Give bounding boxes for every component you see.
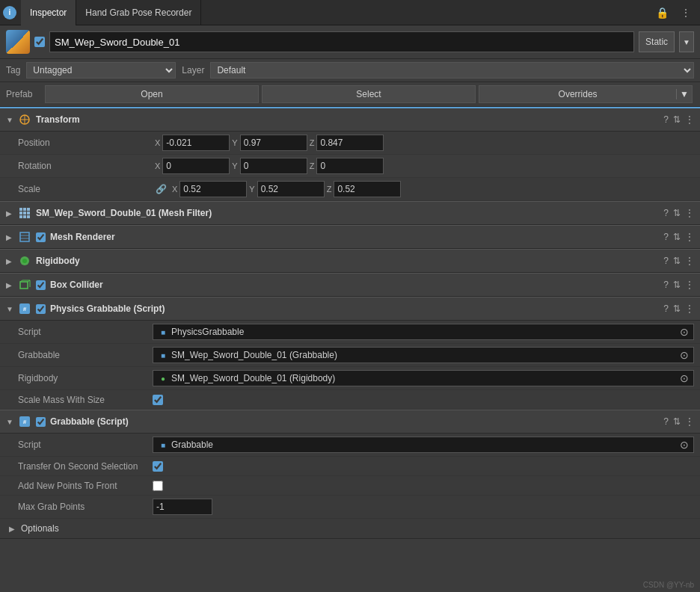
rigidbody-ref-row: Rigidbody ● SM_Wep_Sword_Double_01 (Rigi… <box>0 367 700 390</box>
physics-script-value-field: ■ PhysicsGrabbable ⊙ <box>153 324 694 340</box>
transform-collapse-icon: ▼ <box>6 116 13 124</box>
position-row: Position X Y Z <box>0 132 700 155</box>
rigidbody-more-icon[interactable]: ⋮ <box>685 256 694 266</box>
grabbable-ref-circle-button[interactable]: ⊙ <box>680 349 689 361</box>
tab-inspector[interactable]: Inspector <box>21 0 76 25</box>
mesh-filter-more-icon[interactable]: ⋮ <box>685 208 694 218</box>
object-name-input[interactable] <box>49 31 634 52</box>
transform-help-icon[interactable]: ? <box>663 114 669 125</box>
transform-title: Transform <box>36 114 659 125</box>
scale-x-label: X <box>170 185 179 194</box>
grabbable-script-settings-icon[interactable]: ⇅ <box>673 416 681 427</box>
layer-select[interactable]: Default <box>210 62 694 78</box>
scale-y-input[interactable] <box>257 181 325 197</box>
mesh-renderer-header[interactable]: ▶ Mesh Renderer ? ⇅ ⋮ <box>0 225 700 249</box>
physics-grabbable-help-icon[interactable]: ? <box>663 303 669 314</box>
grabbable-script-header[interactable]: ▼ # Grabbable (Script) ? ⇅ ⋮ <box>0 410 700 434</box>
rotation-y-input[interactable] <box>240 158 307 174</box>
physics-script-icon: ■ <box>158 327 168 337</box>
mesh-filter-header[interactable]: ▶ SM_Wep_Sword_Double_01 (Mesh Filter) ?… <box>0 201 700 225</box>
scale-y-label: Y <box>247 185 257 194</box>
physics-grabbable-settings-icon[interactable]: ⇅ <box>673 303 681 314</box>
transform-more-icon[interactable]: ⋮ <box>685 114 694 125</box>
max-grab-label: Max Grab Points <box>18 502 153 512</box>
physics-grabbable-header[interactable]: ▼ # Physics Grabbable (Script) ? ⇅ ⋮ <box>0 297 700 321</box>
lock-button[interactable]: 🔒 <box>653 5 672 20</box>
add-points-row: Add New Points To Front <box>0 476 700 496</box>
optionals-collapse-icon: ▶ <box>9 525 16 533</box>
mesh-filter-help-icon[interactable]: ? <box>663 208 669 218</box>
scale-z-input[interactable] <box>334 181 401 197</box>
prefab-overrides-button[interactable]: Overrides ▼ <box>479 85 693 103</box>
add-points-checkbox[interactable] <box>153 481 163 491</box>
tab-bar: i Inspector Hand Grab Pose Recorder 🔒 ⋮ <box>0 0 700 25</box>
box-collider-title: Box Collider <box>50 280 659 290</box>
box-collider-more-icon[interactable]: ⋮ <box>685 280 694 290</box>
transform-settings-icon[interactable]: ⇅ <box>673 114 681 125</box>
physics-script-circle-button[interactable]: ⊙ <box>680 326 689 338</box>
static-button[interactable]: Static <box>639 31 675 52</box>
optionals-label: Optionals <box>21 523 59 534</box>
box-collider-icon <box>18 278 31 292</box>
prefab-label: Prefab <box>6 89 43 99</box>
scale-x-input[interactable] <box>179 181 247 197</box>
rotation-label: Rotation <box>18 161 153 171</box>
scale-row: Scale 🔗 X Y Z <box>0 178 700 201</box>
position-y-label: Y <box>230 138 239 147</box>
grabbable-script-help-icon[interactable]: ? <box>663 416 669 427</box>
rotation-z-input[interactable] <box>316 158 384 174</box>
box-collider-help-icon[interactable]: ? <box>663 280 669 290</box>
rigidbody-settings-icon[interactable]: ⇅ <box>673 256 681 266</box>
box-collider-settings-icon[interactable]: ⇅ <box>673 280 681 290</box>
rigidbody-ref-value-text: SM_Wep_Sword_Double_01 (Rigidbody) <box>171 373 335 383</box>
tab-hand-grab[interactable]: Hand Grab Pose Recorder <box>76 0 201 25</box>
optionals-row[interactable]: ▶ Optionals <box>0 519 700 539</box>
rigidbody-header[interactable]: ▶ Rigidbody ? ⇅ ⋮ <box>0 249 700 273</box>
grabbable-script-title: Grabbable (Script) <box>50 416 659 427</box>
rigidbody-ref-circle-button[interactable]: ⊙ <box>680 372 689 384</box>
grabbable-script-ref-row: Script ■ Grabbable ⊙ <box>0 434 700 457</box>
tag-layer-row: Tag Untagged Layer Default <box>0 59 700 82</box>
rigidbody-help-icon[interactable]: ? <box>663 256 669 266</box>
grabbable-script-more-icon[interactable]: ⋮ <box>685 416 694 427</box>
more-button[interactable]: ⋮ <box>678 5 694 20</box>
tag-select[interactable]: Untagged <box>26 62 176 78</box>
mesh-renderer-checkbox[interactable] <box>36 232 46 242</box>
physics-grabbable-checkbox[interactable] <box>36 304 46 314</box>
mesh-renderer-help-icon[interactable]: ? <box>663 232 669 242</box>
transfer-checkbox[interactable] <box>153 461 163 472</box>
rotation-y-label: Y <box>230 161 239 170</box>
physics-grabbable-collapse-icon: ▼ <box>6 305 13 313</box>
mesh-renderer-settings-icon[interactable]: ⇅ <box>673 232 681 242</box>
overrides-arrow-icon: ▼ <box>676 89 692 99</box>
max-grab-input[interactable] <box>153 499 212 515</box>
position-z-label: Z <box>307 138 317 147</box>
prefab-open-button[interactable]: Open <box>45 85 259 103</box>
max-grab-row: Max Grab Points <box>0 496 700 519</box>
app-icon: i <box>3 6 16 19</box>
rigidbody-collapse-icon: ▶ <box>6 257 13 265</box>
physics-grabbable-more-icon[interactable]: ⋮ <box>685 303 694 314</box>
mesh-renderer-more-icon[interactable]: ⋮ <box>685 232 694 242</box>
box-collider-checkbox[interactable] <box>36 280 46 290</box>
mesh-filter-title: SM_Wep_Sword_Double_01 (Mesh Filter) <box>36 208 659 218</box>
mesh-filter-collapse-icon: ▶ <box>6 209 13 218</box>
physics-script-row: Script ■ PhysicsGrabbable ⊙ <box>0 321 700 344</box>
prefab-select-button[interactable]: Select <box>262 85 476 103</box>
box-collider-header[interactable]: ▶ Box Collider ? ⇅ ⋮ <box>0 273 700 297</box>
static-dropdown-arrow[interactable]: ▼ <box>679 31 694 52</box>
box-collider-collapse-icon: ▶ <box>6 281 13 289</box>
mesh-filter-settings-icon[interactable]: ⇅ <box>673 208 681 218</box>
position-y-input[interactable] <box>240 135 307 151</box>
scale-mass-checkbox[interactable] <box>153 395 163 405</box>
position-xyz: X Y Z <box>153 135 694 151</box>
rotation-x-input[interactable] <box>162 158 230 174</box>
position-z-input[interactable] <box>316 135 384 151</box>
transform-section-header[interactable]: ▼ Transform ? ⇅ ⋮ <box>0 107 700 132</box>
grabbable-script-ref-circle-button[interactable]: ⊙ <box>680 439 689 451</box>
rotation-z-label: Z <box>307 161 317 170</box>
position-x-input[interactable] <box>162 135 230 151</box>
object-active-checkbox[interactable] <box>34 37 45 47</box>
rigidbody-ref-icon: ● <box>158 373 168 383</box>
grabbable-script-checkbox[interactable] <box>36 417 46 427</box>
